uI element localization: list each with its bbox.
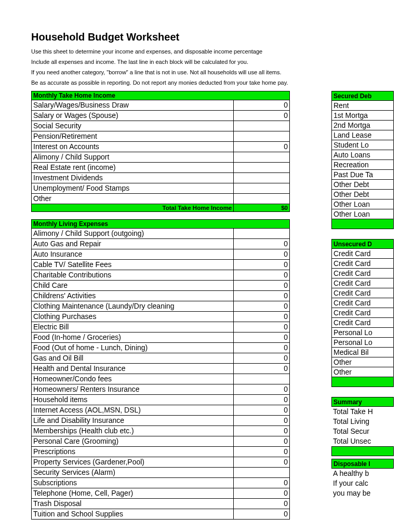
income-value[interactable]	[234, 131, 290, 142]
page-title: Household Budget Worksheet	[31, 31, 400, 43]
expense-value[interactable]: 0	[234, 322, 290, 332]
right-column: Secured Deb Rent1st Mortga2nd MortgaLand…	[331, 91, 394, 527]
expense-label: Charitable Contributions	[32, 270, 234, 281]
expense-row: Food (Out of home - Lunch, Dining)0	[32, 343, 290, 353]
secured-row: Past Due Ta	[331, 170, 394, 180]
income-value[interactable]	[234, 173, 290, 183]
income-value[interactable]: 0	[234, 100, 290, 111]
unsecured-row: Credit Card	[331, 259, 394, 269]
expense-label: Trash Disposal	[32, 499, 234, 509]
income-label: Social Security	[32, 121, 234, 131]
disposable-header: Disposable I	[331, 459, 394, 469]
expense-value[interactable]	[234, 229, 290, 239]
intro-line: Be as accurate as possible in reporting.…	[31, 79, 400, 86]
expense-value[interactable]: 0	[234, 291, 290, 301]
unsecured-row: Other	[331, 357, 394, 367]
expense-value[interactable]: 0	[234, 384, 290, 395]
income-header: Monthly Take Home Income	[32, 91, 290, 100]
expense-value[interactable]: 0	[234, 447, 290, 457]
expense-value[interactable]: 0	[234, 488, 290, 499]
expense-row: Auto Insurance0	[32, 249, 290, 260]
expense-value[interactable]: 0	[234, 353, 290, 364]
income-label: Unemployment/ Food Stamps	[32, 183, 234, 194]
expense-row: Cable TV/ Satellite Fees0	[32, 260, 290, 270]
income-label: Real Estate rent (income)	[32, 163, 234, 173]
expense-value[interactable]: 0	[234, 436, 290, 447]
income-label: Alimony / Child Support	[32, 152, 234, 163]
expense-row: Clothing Purchases0	[32, 312, 290, 322]
income-label: Salary or Wages (Spouse)	[32, 111, 234, 121]
expense-row: Prescriptions0	[32, 447, 290, 457]
summary-row: Total Living	[331, 417, 394, 427]
expense-row: Childrens' Activities0	[32, 291, 290, 301]
income-value[interactable]	[234, 183, 290, 194]
income-value[interactable]	[234, 194, 290, 204]
expense-value[interactable]: 0	[234, 499, 290, 509]
expense-label: Subscriptions	[32, 478, 234, 488]
expense-label: Security Services (Alarm)	[32, 468, 234, 478]
expense-value[interactable]: 0	[234, 239, 290, 249]
expense-value[interactable]	[234, 374, 290, 384]
expense-value[interactable]: 0	[234, 426, 290, 436]
income-row: Investment Dividends	[32, 173, 290, 183]
secured-row: Other Debt	[331, 190, 394, 200]
disposable-row: If your calc	[331, 478, 394, 488]
income-table: Monthly Take Home Income Salary/Wages/Bu…	[31, 91, 290, 212]
unsecured-row: Personal Lo	[331, 338, 394, 348]
expense-row: Gas and Oil Bill0	[32, 353, 290, 364]
expense-value[interactable]: 0	[234, 478, 290, 488]
expense-row: Property Services (Gardener,Pool)0	[32, 457, 290, 468]
expense-row: Alimony / Child Support (outgoing)	[32, 229, 290, 239]
expense-value[interactable]: 0	[234, 260, 290, 270]
expense-value[interactable]: 0	[234, 301, 290, 312]
expense-row: Health and Dental Insurance0	[32, 364, 290, 374]
unsecured-header: Unsecured D	[331, 239, 394, 249]
income-row: Other	[32, 194, 290, 204]
secured-row: Land Lease	[331, 130, 394, 140]
income-value[interactable]	[234, 152, 290, 163]
secured-row: 2nd Mortga	[331, 121, 394, 130]
expense-label: Homeowner/Condo fees	[32, 374, 234, 384]
intro-line: If you need another category, "borrow" a…	[31, 69, 400, 75]
expense-row: Homeowners/ Renters Insurance0	[32, 384, 290, 395]
income-row: Salary/Wages/Business Draw0	[32, 100, 290, 111]
income-value[interactable]: 0	[234, 111, 290, 121]
secured-total-bar	[331, 219, 394, 229]
expense-label: Child Care	[32, 281, 234, 291]
income-label: Pension/Retirement	[32, 131, 234, 142]
expense-value[interactable]: 0	[234, 312, 290, 322]
expense-value[interactable]	[234, 468, 290, 478]
income-label: Other	[32, 194, 234, 204]
expense-value[interactable]: 0	[234, 395, 290, 405]
expense-label: Food (Out of home - Lunch, Dining)	[32, 343, 234, 353]
expense-value[interactable]: 0	[234, 405, 290, 416]
unsecured-row: Other	[331, 367, 394, 377]
unsecured-row: Credit Card	[331, 278, 394, 288]
income-value[interactable]: 0	[234, 142, 290, 152]
unsecured-row: Credit Card	[331, 269, 394, 278]
expense-value[interactable]: 0	[234, 249, 290, 260]
expense-value[interactable]: 0	[234, 416, 290, 426]
left-column: Monthly Take Home Income Salary/Wages/Bu…	[31, 91, 290, 527]
secured-row: Student Lo	[331, 140, 394, 150]
expense-value[interactable]: 0	[234, 281, 290, 291]
expense-value[interactable]: 0	[234, 364, 290, 374]
expense-value[interactable]: 0	[234, 332, 290, 343]
disposable-row: you may be	[331, 488, 394, 498]
income-row: Real Estate rent (income)	[32, 163, 290, 173]
expense-value[interactable]: 0	[234, 509, 290, 520]
expense-row: Tuition and School Supplies0	[32, 509, 290, 520]
expense-value[interactable]: 0	[234, 343, 290, 353]
expense-value[interactable]: 0	[234, 457, 290, 468]
income-value[interactable]	[234, 163, 290, 173]
expense-label: Gas and Oil Bill	[32, 353, 234, 364]
income-label: Salary/Wages/Business Draw	[32, 100, 234, 111]
expense-row: Trash Disposal0	[32, 499, 290, 509]
income-label: Investment Dividends	[32, 173, 234, 183]
secured-row: Other Loan	[331, 209, 394, 219]
expense-row: Internet Access (AOL,MSN, DSL)0	[32, 405, 290, 416]
income-total-label: Total Take Home Income	[32, 204, 234, 212]
expense-label: Internet Access (AOL,MSN, DSL)	[32, 405, 234, 416]
income-value[interactable]	[234, 121, 290, 131]
expense-value[interactable]: 0	[234, 270, 290, 281]
